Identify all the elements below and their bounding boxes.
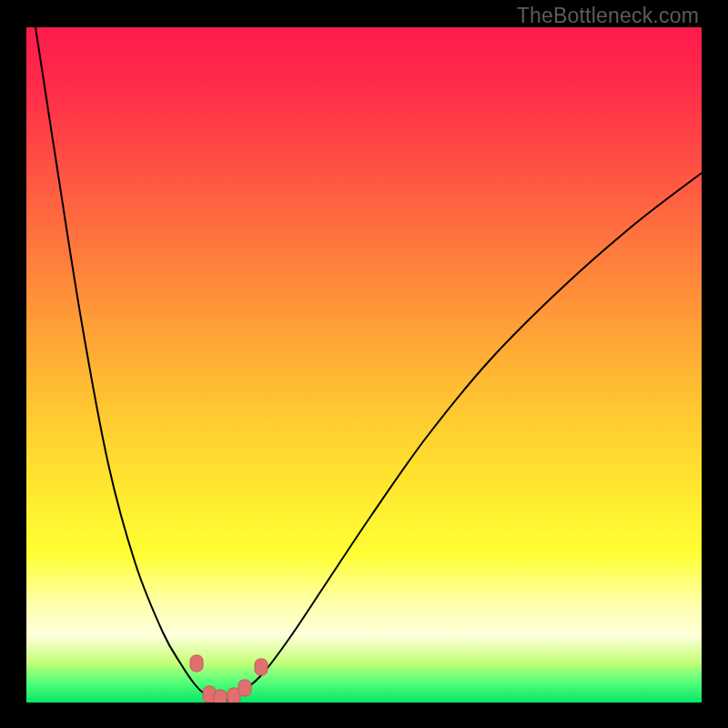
curve-marker-0 xyxy=(190,655,203,672)
curve-marker-2 xyxy=(214,690,227,703)
marker-group xyxy=(190,655,268,703)
curve-marker-5 xyxy=(255,659,268,675)
bottleneck-curve-svg xyxy=(26,27,702,703)
curve-marker-4 xyxy=(238,680,251,696)
watermark-text: TheBottleneck.com xyxy=(517,4,699,28)
bottleneck-curve-path xyxy=(35,27,702,701)
chart-plot-area xyxy=(26,27,702,703)
